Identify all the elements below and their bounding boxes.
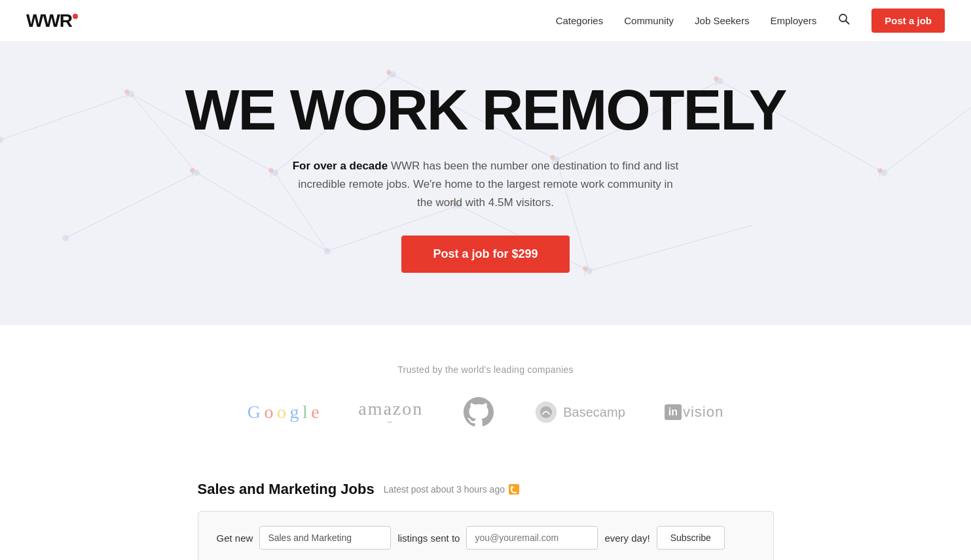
jobs-section: Sales and Marketing Jobs Latest post abo…	[172, 455, 800, 560]
jobs-heading: Sales and Marketing Jobs Latest post abo…	[198, 481, 774, 498]
svg-text:📍: 📍	[874, 167, 886, 179]
svg-line-13	[589, 225, 753, 271]
categories-link[interactable]: Categories	[556, 15, 604, 26]
jobs-section-title: Sales and Marketing Jobs	[198, 481, 375, 498]
svg-line-1	[846, 21, 849, 24]
svg-point-22	[881, 169, 887, 176]
employers-link[interactable]: Employers	[770, 15, 816, 26]
trusted-section: Trusted by the world's leading companies…	[0, 325, 971, 455]
svg-point-18	[272, 169, 278, 176]
hero-headline: WE WORK REMOTELY	[13, 81, 958, 139]
site-logo[interactable]: WWR	[26, 10, 78, 31]
svg-point-27	[0, 137, 3, 143]
category-input[interactable]	[259, 526, 391, 550]
basecamp-logo: Basecamp	[534, 400, 625, 424]
nav-links: Categories Community Job Seekers Employe…	[556, 9, 945, 33]
every-day-label: every day!	[604, 533, 650, 544]
hero-section: 📍 📍 📍 📍 📍 📍 📍 📍 📍 WE WORK REMOTELY For o…	[0, 42, 971, 325]
amazon-logo: amazon ⌣	[358, 398, 423, 426]
hero-post-job-button[interactable]: Post a job for $299	[401, 236, 569, 273]
community-link[interactable]: Community	[624, 15, 674, 26]
post-job-button[interactable]: Post a job	[871, 9, 945, 33]
invision-box: in	[665, 404, 682, 420]
svg-text:📍: 📍	[265, 167, 277, 179]
logo-text: WWR	[26, 10, 72, 31]
search-icon[interactable]	[837, 12, 851, 29]
trusted-label: Trusted by the world's leading companies	[26, 364, 945, 375]
navbar: WWR Categories Community Job Seekers Emp…	[0, 0, 971, 42]
latest-post-info: Latest post about 3 hours ago	[384, 484, 519, 495]
subscribe-box: Get new listings sent to every day! Subs…	[198, 511, 774, 560]
svg-line-9	[65, 173, 196, 238]
svg-point-24	[324, 248, 331, 254]
svg-text:📍: 📍	[187, 167, 198, 179]
github-logo	[462, 396, 495, 429]
logo-dot	[73, 14, 78, 19]
svg-point-23	[193, 169, 200, 176]
listings-sent-to-label: listings sent to	[397, 533, 460, 544]
subscribe-button[interactable]: Subscribe	[657, 526, 725, 550]
svg-point-28	[62, 235, 69, 241]
hero-description: For over a decade WWR has been the numbe…	[289, 157, 682, 212]
job-seekers-link[interactable]: Job Seekers	[695, 15, 749, 26]
svg-point-26	[586, 268, 593, 274]
rss-icon[interactable]	[509, 484, 519, 495]
svg-text:📍: 📍	[579, 266, 591, 277]
get-new-label: Get new	[217, 533, 253, 544]
email-input[interactable]	[466, 526, 598, 550]
trusted-logos: Google amazon ⌣ Basecamp in vision	[26, 396, 945, 429]
google-logo: Google	[247, 402, 319, 423]
invision-logo: in vision	[665, 404, 724, 421]
